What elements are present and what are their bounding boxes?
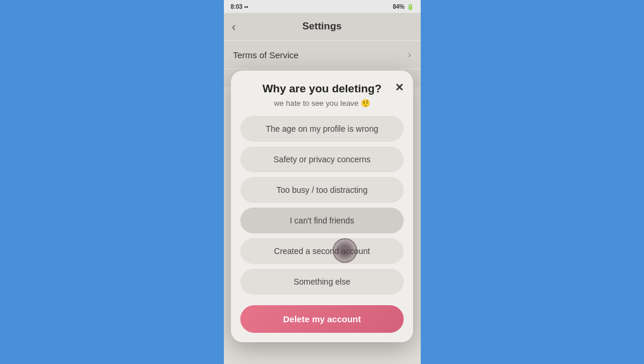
option-too-busy[interactable]: Too busy / too distracting [240, 177, 404, 203]
option-second-account[interactable]: Created a second account [240, 238, 404, 264]
modal-title: Why are you deleting? [263, 82, 382, 95]
modal-overlay: Why are you deleting? ✕ we hate to see y… [224, 0, 421, 364]
delete-modal: Why are you deleting? ✕ we hate to see y… [231, 71, 413, 342]
option-something-else[interactable]: Something else [240, 269, 404, 295]
option-cant-find-friends[interactable]: I can't find friends [240, 208, 404, 233]
phone-container: 8:03 ▪▪ 84% 🔋 ‹ Settings Terms of Servic… [224, 0, 421, 364]
delete-account-button[interactable]: Delete my account [240, 305, 404, 333]
modal-header: Why are you deleting? ✕ [240, 82, 404, 95]
option-safety-privacy[interactable]: Safety or privacy concerns [240, 146, 404, 172]
close-button[interactable]: ✕ [395, 82, 404, 93]
option-age-wrong[interactable]: The age on my profile is wrong [240, 116, 404, 142]
modal-subtitle: we hate to see you leave 🤨 [240, 99, 404, 108]
